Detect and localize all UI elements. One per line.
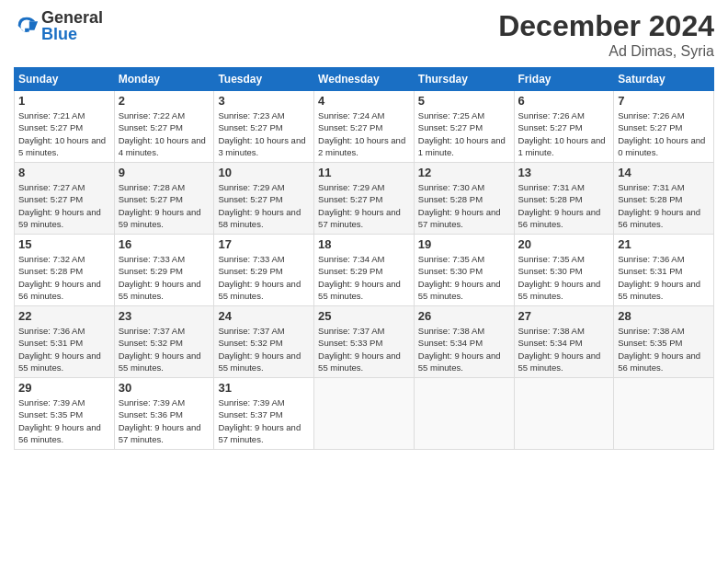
- day-info: Sunrise: 7:27 AM Sunset: 5:27 PM Dayligh…: [18, 181, 110, 230]
- day-info: Sunrise: 7:31 AM Sunset: 5:28 PM Dayligh…: [518, 181, 610, 230]
- calendar-cell: 19 Sunrise: 7:35 AM Sunset: 5:30 PM Dayl…: [414, 235, 514, 306]
- day-number: 12: [418, 166, 510, 179]
- logo-blue-text: Blue: [41, 26, 103, 42]
- col-friday: Friday: [514, 68, 614, 91]
- calendar-cell: 9 Sunrise: 7:28 AM Sunset: 5:27 PM Dayli…: [114, 163, 214, 235]
- day-number: 13: [518, 166, 610, 179]
- day-number: 22: [18, 309, 110, 323]
- day-info: Sunrise: 7:37 AM Sunset: 5:33 PM Dayligh…: [318, 325, 410, 373]
- day-info: Sunrise: 7:29 AM Sunset: 5:27 PM Dayligh…: [318, 181, 410, 230]
- day-info: Sunrise: 7:26 AM Sunset: 5:27 PM Dayligh…: [618, 109, 710, 158]
- logo-text: General Blue: [41, 9, 103, 42]
- day-number: 6: [518, 94, 610, 108]
- day-info: Sunrise: 7:28 AM Sunset: 5:27 PM Dayligh…: [119, 181, 210, 230]
- calendar-cell: 4 Sunrise: 7:24 AM Sunset: 5:27 PM Dayli…: [314, 91, 415, 163]
- day-info: Sunrise: 7:37 AM Sunset: 5:32 PM Dayligh…: [218, 325, 310, 373]
- day-info: Sunrise: 7:38 AM Sunset: 5:34 PM Dayligh…: [418, 325, 510, 373]
- calendar-cell: 21 Sunrise: 7:36 AM Sunset: 5:31 PM Dayl…: [614, 235, 714, 306]
- calendar-header-row: Sunday Monday Tuesday Wednesday Thursday…: [15, 68, 714, 91]
- day-info: Sunrise: 7:21 AM Sunset: 5:27 PM Dayligh…: [18, 109, 110, 158]
- calendar-cell: 16 Sunrise: 7:33 AM Sunset: 5:29 PM Dayl…: [114, 235, 214, 306]
- calendar-cell: 31 Sunrise: 7:39 AM Sunset: 5:37 PM Dayl…: [214, 378, 314, 450]
- day-info: Sunrise: 7:22 AM Sunset: 5:27 PM Dayligh…: [119, 109, 210, 158]
- day-number: 18: [318, 237, 410, 251]
- location: Ad Dimas, Syria: [498, 43, 714, 60]
- day-number: 27: [518, 309, 610, 323]
- day-number: 3: [218, 94, 310, 108]
- week-row-2: 8 Sunrise: 7:27 AM Sunset: 5:27 PM Dayli…: [15, 163, 714, 235]
- day-number: 16: [119, 237, 210, 251]
- calendar-cell: [414, 378, 514, 450]
- calendar-cell: 11 Sunrise: 7:29 AM Sunset: 5:27 PM Dayl…: [314, 163, 415, 235]
- day-number: 1: [18, 94, 110, 108]
- calendar-cell: 13 Sunrise: 7:31 AM Sunset: 5:28 PM Dayl…: [514, 163, 614, 235]
- calendar-cell: 1 Sunrise: 7:21 AM Sunset: 5:27 PM Dayli…: [15, 91, 115, 163]
- day-number: 9: [119, 166, 210, 179]
- day-info: Sunrise: 7:38 AM Sunset: 5:34 PM Dayligh…: [518, 325, 610, 373]
- day-info: Sunrise: 7:30 AM Sunset: 5:28 PM Dayligh…: [418, 181, 510, 230]
- day-number: 28: [618, 309, 710, 323]
- week-row-4: 22 Sunrise: 7:36 AM Sunset: 5:31 PM Dayl…: [15, 306, 714, 378]
- month-title: December 2024: [498, 9, 714, 43]
- day-number: 24: [218, 309, 310, 323]
- day-number: 19: [418, 237, 510, 251]
- day-info: Sunrise: 7:26 AM Sunset: 5:27 PM Dayligh…: [518, 109, 610, 158]
- day-number: 15: [18, 237, 110, 251]
- logo-icon: [14, 13, 40, 39]
- calendar-cell: 28 Sunrise: 7:38 AM Sunset: 5:35 PM Dayl…: [614, 306, 714, 378]
- calendar-cell: 18 Sunrise: 7:34 AM Sunset: 5:29 PM Dayl…: [314, 235, 415, 306]
- calendar-cell: 20 Sunrise: 7:35 AM Sunset: 5:30 PM Dayl…: [514, 235, 614, 306]
- day-info: Sunrise: 7:25 AM Sunset: 5:27 PM Dayligh…: [418, 109, 510, 158]
- page: General Blue December 2024 Ad Dimas, Syr…: [0, 0, 728, 459]
- day-number: 26: [418, 309, 510, 323]
- calendar-cell: [314, 378, 415, 450]
- day-number: 8: [18, 166, 110, 179]
- week-row-5: 29 Sunrise: 7:39 AM Sunset: 5:35 PM Dayl…: [15, 378, 714, 450]
- calendar-cell: 27 Sunrise: 7:38 AM Sunset: 5:34 PM Dayl…: [514, 306, 614, 378]
- col-wednesday: Wednesday: [314, 68, 415, 91]
- day-number: 30: [119, 381, 210, 395]
- day-info: Sunrise: 7:39 AM Sunset: 5:37 PM Dayligh…: [218, 396, 310, 445]
- day-number: 10: [218, 166, 310, 179]
- calendar-cell: [614, 378, 714, 450]
- day-info: Sunrise: 7:33 AM Sunset: 5:29 PM Dayligh…: [218, 253, 310, 302]
- day-info: Sunrise: 7:35 AM Sunset: 5:30 PM Dayligh…: [418, 253, 510, 302]
- day-number: 7: [618, 94, 710, 108]
- calendar-cell: 25 Sunrise: 7:37 AM Sunset: 5:33 PM Dayl…: [314, 306, 415, 378]
- calendar-cell: 8 Sunrise: 7:27 AM Sunset: 5:27 PM Dayli…: [15, 163, 115, 235]
- logo: General Blue: [14, 9, 103, 42]
- day-info: Sunrise: 7:34 AM Sunset: 5:29 PM Dayligh…: [318, 253, 410, 302]
- day-info: Sunrise: 7:39 AM Sunset: 5:35 PM Dayligh…: [18, 396, 110, 445]
- day-info: Sunrise: 7:29 AM Sunset: 5:27 PM Dayligh…: [218, 181, 310, 230]
- day-number: 14: [618, 166, 710, 179]
- calendar-cell: 30 Sunrise: 7:39 AM Sunset: 5:36 PM Dayl…: [114, 378, 214, 450]
- calendar-cell: 17 Sunrise: 7:33 AM Sunset: 5:29 PM Dayl…: [214, 235, 314, 306]
- col-monday: Monday: [114, 68, 214, 91]
- calendar-cell: 2 Sunrise: 7:22 AM Sunset: 5:27 PM Dayli…: [114, 91, 214, 163]
- col-tuesday: Tuesday: [214, 68, 314, 91]
- col-sunday: Sunday: [15, 68, 115, 91]
- calendar-cell: 15 Sunrise: 7:32 AM Sunset: 5:28 PM Dayl…: [15, 235, 115, 306]
- day-info: Sunrise: 7:31 AM Sunset: 5:28 PM Dayligh…: [618, 181, 710, 230]
- calendar-body: 1 Sunrise: 7:21 AM Sunset: 5:27 PM Dayli…: [15, 91, 714, 450]
- day-info: Sunrise: 7:36 AM Sunset: 5:31 PM Dayligh…: [618, 253, 710, 302]
- day-number: 17: [218, 237, 310, 251]
- day-info: Sunrise: 7:32 AM Sunset: 5:28 PM Dayligh…: [18, 253, 110, 302]
- col-saturday: Saturday: [614, 68, 714, 91]
- day-info: Sunrise: 7:24 AM Sunset: 5:27 PM Dayligh…: [318, 109, 410, 158]
- calendar-cell: 24 Sunrise: 7:37 AM Sunset: 5:32 PM Dayl…: [214, 306, 314, 378]
- calendar-cell: [514, 378, 614, 450]
- calendar-cell: 3 Sunrise: 7:23 AM Sunset: 5:27 PM Dayli…: [214, 91, 314, 163]
- week-row-3: 15 Sunrise: 7:32 AM Sunset: 5:28 PM Dayl…: [15, 235, 714, 306]
- day-info: Sunrise: 7:33 AM Sunset: 5:29 PM Dayligh…: [119, 253, 210, 302]
- day-number: 4: [318, 94, 410, 108]
- day-number: 5: [418, 94, 510, 108]
- calendar-cell: 22 Sunrise: 7:36 AM Sunset: 5:31 PM Dayl…: [15, 306, 115, 378]
- calendar-cell: 12 Sunrise: 7:30 AM Sunset: 5:28 PM Dayl…: [414, 163, 514, 235]
- calendar-cell: 5 Sunrise: 7:25 AM Sunset: 5:27 PM Dayli…: [414, 91, 514, 163]
- day-number: 21: [618, 237, 710, 251]
- day-number: 31: [218, 381, 310, 395]
- day-number: 29: [18, 381, 110, 395]
- day-info: Sunrise: 7:37 AM Sunset: 5:32 PM Dayligh…: [119, 325, 210, 373]
- calendar-cell: 14 Sunrise: 7:31 AM Sunset: 5:28 PM Dayl…: [614, 163, 714, 235]
